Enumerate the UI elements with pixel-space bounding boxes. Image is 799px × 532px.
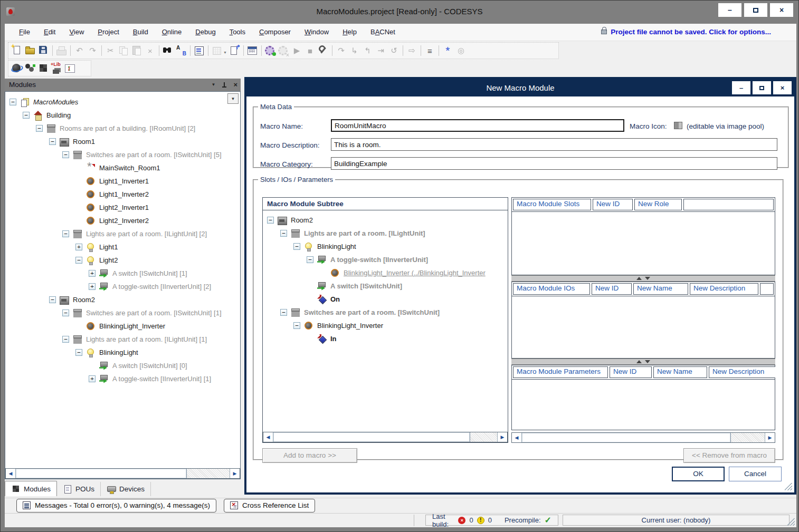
- tree-item[interactable]: −Lights are part of a room. [ILightUnit]…: [5, 333, 240, 346]
- menu-composer[interactable]: Composer: [252, 24, 298, 41]
- delete-icon[interactable]: ×: [144, 45, 156, 56]
- slots-ios-splitter[interactable]: [511, 275, 775, 282]
- tree-item[interactable]: −MacroModules: [5, 95, 240, 109]
- replace-icon[interactable]: [175, 45, 187, 56]
- tree-item[interactable]: BlinkingLight_Inverter: [5, 320, 240, 333]
- tree-item[interactable]: +A toggle-switch [IInverterUnit] [2]: [5, 280, 240, 293]
- tree-expander[interactable]: −: [75, 257, 82, 264]
- tab-modules[interactable]: Modules: [5, 481, 57, 496]
- column-header[interactable]: New Role: [634, 199, 682, 210]
- column-header[interactable]: New ID: [610, 366, 652, 378]
- tree-item[interactable]: +Light1: [5, 240, 240, 254]
- tree-expander[interactable]: −: [23, 112, 30, 119]
- tab-cross-reference[interactable]: Cross Reference List: [224, 499, 315, 512]
- tree-item[interactable]: MainSwitch_Room1: [5, 161, 240, 175]
- tree-item[interactable]: +A switch [ISwitchUnit] [1]: [5, 267, 240, 280]
- declarations-icon[interactable]: [193, 45, 205, 56]
- cancel-button[interactable]: Cancel: [729, 467, 782, 481]
- save-notice[interactable]: Project file cannot be saved. Click for …: [601, 24, 771, 41]
- panel-menu-icon[interactable]: ▼: [211, 79, 215, 91]
- column-header[interactable]: New ID: [592, 283, 632, 295]
- watch-list-icon[interactable]: ≡: [424, 45, 436, 56]
- step-out-icon[interactable]: ↰: [362, 45, 374, 56]
- column-header-filler[interactable]: [760, 283, 774, 295]
- tree-item[interactable]: A switch [ISwitchUnit] [0]: [5, 359, 240, 372]
- tree-item[interactable]: Light2_Inverter1: [5, 201, 240, 214]
- tree-item[interactable]: Light1_Inverter2: [5, 188, 240, 201]
- tree-item[interactable]: −BlinkingLight_Inverter: [263, 319, 508, 332]
- slots-table-body[interactable]: [512, 211, 775, 275]
- save-icon[interactable]: [37, 45, 50, 56]
- dialog-minimize-button[interactable]: –: [732, 81, 750, 94]
- tree-item[interactable]: +A toggle-switch [IInverterUnit] [1]: [5, 372, 240, 385]
- tree-item[interactable]: A switch [ISwitchUnit]: [263, 279, 508, 293]
- menu-tools[interactable]: Tools: [223, 24, 252, 41]
- column-header[interactable]: Macro Module Parameters: [513, 366, 608, 378]
- tree-expander[interactable]: −: [49, 138, 56, 145]
- composer-overview-icon[interactable]: [11, 63, 23, 74]
- column-header[interactable]: Macro Module IOs: [513, 283, 590, 295]
- scroll-right-icon[interactable]: ▶: [230, 469, 240, 478]
- toggle-breakpoint-icon[interactable]: ⇨: [406, 45, 418, 56]
- scroll-left-icon[interactable]: ◀: [6, 469, 16, 478]
- tree-item[interactable]: −A toggle-switch [IInverterUnit]: [263, 253, 508, 266]
- tree-expander[interactable]: −: [62, 230, 69, 237]
- menu-window[interactable]: Window: [298, 24, 336, 41]
- menu-build[interactable]: Build: [126, 24, 155, 41]
- tree-expander[interactable]: +: [75, 244, 82, 250]
- tab-messages[interactable]: Messages - Total 0 error(s), 0 warning(s…: [16, 499, 216, 512]
- copy-icon[interactable]: [118, 45, 130, 56]
- tree-item[interactable]: −Room2: [263, 214, 508, 227]
- tab-pous[interactable]: POUs: [57, 482, 101, 496]
- logout-icon[interactable]: [278, 45, 290, 56]
- tree-item[interactable]: −Switches are part of a room. [ISwitchUn…: [5, 148, 240, 161]
- tree-item[interactable]: −Switches are part of a room. [ISwitchUn…: [263, 306, 508, 319]
- insert-table-icon[interactable]: [211, 45, 223, 56]
- minimize-button[interactable]: –: [718, 3, 741, 17]
- menu-edit[interactable]: Edit: [37, 24, 62, 41]
- tree-item[interactable]: Light2_Inverter2: [5, 214, 240, 227]
- tree-expander[interactable]: −: [280, 309, 287, 316]
- cut-icon[interactable]: ✂: [104, 45, 117, 56]
- start-icon[interactable]: ▶: [291, 45, 303, 56]
- tree-expander[interactable]: −: [36, 125, 43, 132]
- tree-item[interactable]: −Lights are part of a room. [ILightUnit]: [263, 227, 508, 240]
- undo-icon[interactable]: ↶: [73, 45, 85, 56]
- add-to-macro-button[interactable]: Add to macro >>: [262, 448, 357, 463]
- macro-name-input[interactable]: [331, 119, 624, 132]
- tree-expander[interactable]: −: [280, 230, 287, 237]
- paste-icon[interactable]: [131, 45, 143, 56]
- new-project-icon[interactable]: [11, 45, 23, 56]
- parameters-table-body[interactable]: [512, 379, 775, 430]
- ios-params-splitter[interactable]: [511, 359, 775, 365]
- tree-expander[interactable]: +: [89, 375, 96, 382]
- tree-item[interactable]: −BlinkingLight: [5, 346, 240, 359]
- column-header[interactable]: New Name: [633, 283, 688, 295]
- window-resize-grip[interactable]: [787, 518, 795, 526]
- tree-expander[interactable]: −: [307, 256, 313, 263]
- step-into-icon[interactable]: ↳: [348, 45, 360, 56]
- online-config-icon[interactable]: ◎: [455, 45, 467, 56]
- scrollbar-thumb[interactable]: [522, 433, 731, 442]
- tree-expander[interactable]: +: [89, 270, 96, 277]
- tree-expander[interactable]: −: [49, 296, 56, 303]
- scroll-left-icon[interactable]: ◀: [512, 433, 522, 442]
- tree-expander[interactable]: −: [267, 217, 274, 224]
- panel-close-icon[interactable]: ×: [233, 79, 237, 91]
- tree-expander[interactable]: +: [89, 283, 96, 290]
- macro-description-input[interactable]: [331, 138, 777, 151]
- reset-icon[interactable]: ↺: [388, 45, 400, 56]
- modules-tree-hscrollbar[interactable]: ◀ ▶: [5, 468, 240, 479]
- simulation-icon[interactable]: *: [442, 45, 454, 56]
- subtree-header[interactable]: Macro Module Subtree: [263, 198, 508, 210]
- tree-item[interactable]: In: [263, 332, 508, 345]
- find-icon[interactable]: [162, 45, 174, 56]
- tree-item[interactable]: −Lights are part of a room. [ILightUnit]…: [5, 227, 240, 240]
- macro-icon-preview[interactable]: [674, 122, 682, 129]
- tree-expander[interactable]: −: [75, 349, 82, 356]
- scroll-left-icon[interactable]: ◀: [263, 432, 273, 442]
- menu-help[interactable]: Help: [336, 24, 364, 41]
- dropdown-arrow-icon[interactable]: ▼: [223, 51, 227, 54]
- new-pou-icon[interactable]: [229, 45, 241, 56]
- tree-expander[interactable]: −: [293, 243, 300, 250]
